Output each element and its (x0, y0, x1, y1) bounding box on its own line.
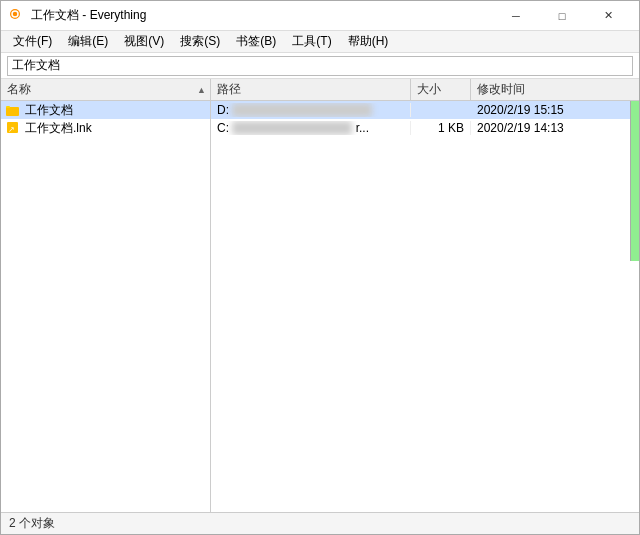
menu-tools[interactable]: 工具(T) (284, 31, 339, 52)
left-panel: 名称 ▲ 工作文档 (1, 79, 211, 512)
right-column-headers: 路径 大小 修改时间 (211, 79, 639, 101)
shortcut-icon: ↗ (5, 120, 21, 136)
status-text: 2 个对象 (9, 515, 55, 532)
path-cell: C: r... (211, 121, 411, 135)
path-cell: D: (211, 103, 411, 117)
file-list: 工作文档 ↗ 工作文档.lnk (1, 101, 210, 512)
right-panel: 路径 大小 修改时间 D: 2020/2/19 15:15 (211, 79, 639, 512)
file-name-label: 工作文档.lnk (25, 120, 92, 137)
path-column-header[interactable]: 路径 (211, 79, 411, 100)
svg-rect-5 (6, 106, 10, 108)
main-content: 名称 ▲ 工作文档 (1, 79, 639, 512)
close-button[interactable]: ✕ (585, 1, 631, 31)
menu-file[interactable]: 文件(F) (5, 31, 60, 52)
menu-search[interactable]: 搜索(S) (172, 31, 228, 52)
menu-bookmarks[interactable]: 书签(B) (228, 31, 284, 52)
svg-line-2 (19, 18, 23, 22)
table-row[interactable]: D: 2020/2/19 15:15 (211, 101, 639, 119)
menu-view[interactable]: 视图(V) (116, 31, 172, 52)
modified-cell: 2020/2/19 14:13 (471, 121, 639, 135)
modified-column-header[interactable]: 修改时间 (471, 79, 639, 100)
menu-bar: 文件(F) 编辑(E) 视图(V) 搜索(S) 书签(B) 工具(T) 帮助(H… (1, 31, 639, 53)
right-file-list: D: 2020/2/19 15:15 C: r... 1 KB (211, 101, 639, 512)
menu-help[interactable]: 帮助(H) (340, 31, 397, 52)
window-title: 工作文档 - Everything (31, 7, 493, 24)
size-cell: 1 KB (411, 121, 471, 135)
svg-text:↗: ↗ (8, 125, 15, 134)
maximize-button[interactable]: □ (539, 1, 585, 31)
main-window: 工作文档 - Everything ─ □ ✕ 文件(F) 编辑(E) 视图(V… (0, 0, 640, 535)
search-input[interactable] (7, 56, 633, 76)
modified-cell: 2020/2/19 15:15 (471, 103, 639, 117)
file-name-label: 工作文档 (25, 102, 73, 119)
sort-arrow-icon: ▲ (197, 85, 206, 95)
window-controls: ─ □ ✕ (493, 1, 631, 31)
list-item[interactable]: ↗ 工作文档.lnk (1, 119, 210, 137)
name-column-label: 名称 (5, 81, 193, 98)
table-row[interactable]: C: r... 1 KB 2020/2/19 14:13 (211, 119, 639, 137)
title-bar: 工作文档 - Everything ─ □ ✕ (1, 1, 639, 31)
search-bar (1, 53, 639, 79)
status-bar: 2 个对象 (1, 512, 639, 534)
name-column-header[interactable]: 名称 ▲ (1, 79, 210, 101)
list-item[interactable]: 工作文档 (1, 101, 210, 119)
menu-edit[interactable]: 编辑(E) (60, 31, 116, 52)
size-column-header[interactable]: 大小 (411, 79, 471, 100)
folder-icon (5, 102, 21, 118)
app-icon (9, 8, 25, 24)
minimize-button[interactable]: ─ (493, 1, 539, 31)
scroll-indicator (630, 101, 639, 261)
